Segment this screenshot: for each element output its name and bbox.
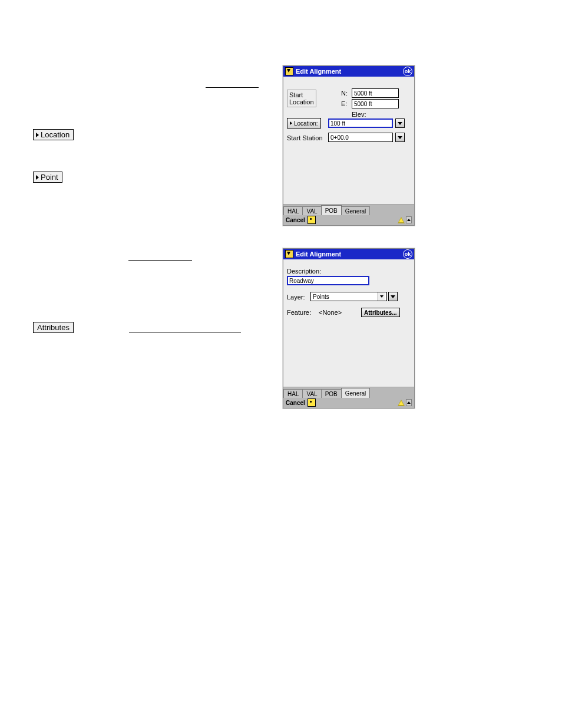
edit-alignment-window-pob: Edit Alignment ok Start Location N: 5000… [283, 65, 415, 226]
button-label: Point [41, 173, 58, 181]
elev-dropdown[interactable] [395, 118, 405, 128]
tab-general[interactable]: General [341, 388, 371, 398]
right-arrow-icon [36, 133, 39, 137]
button-label: Location [41, 131, 70, 139]
point-button[interactable]: Point [33, 172, 62, 183]
ok-button[interactable]: ok [403, 67, 412, 76]
layer-select[interactable]: Points [310, 292, 387, 301]
up-arrow-icon[interactable] [406, 399, 412, 406]
elev-label: Elev: [352, 111, 366, 118]
e-input[interactable]: 5000 ft [352, 99, 399, 108]
location-label: Location [289, 98, 314, 106]
start-station-label: Start Station [287, 134, 323, 141]
tab-val[interactable]: VAL [302, 389, 321, 398]
edit-alignment-window-general: Edit Alignment ok Description: Roadway L… [283, 248, 415, 409]
start-station-input[interactable]: 0+00.0 [328, 133, 393, 142]
window-title: Edit Alignment [296, 68, 341, 75]
app-icon [285, 250, 293, 258]
description-input[interactable]: Roadway [287, 276, 369, 285]
titlebar: Edit Alignment ok [283, 249, 414, 259]
e-label: E: [341, 100, 347, 107]
attributes-button[interactable]: Attributes [33, 322, 74, 333]
tab-hal[interactable]: HAL [283, 206, 303, 215]
location-dropdown-button[interactable]: Location: [287, 118, 321, 129]
tab-general[interactable]: General [341, 206, 371, 215]
cancel-button[interactable]: Cancel [286, 217, 305, 223]
cancel-button[interactable]: Cancel [286, 400, 305, 406]
status-bar: Cancel [283, 397, 414, 408]
feature-label: Feature: [287, 309, 311, 316]
tab-strip: HAL VAL POB General [283, 387, 414, 397]
chevron-down-icon [378, 292, 385, 301]
start-station-dropdown[interactable] [395, 133, 405, 142]
app-icon [285, 67, 293, 75]
titlebar: Edit Alignment ok [283, 66, 414, 77]
attributes-button[interactable]: Attributes... [361, 308, 400, 317]
tab-pob[interactable]: POB [321, 389, 342, 398]
window-title: Edit Alignment [296, 251, 341, 258]
tab-pob[interactable]: POB [321, 205, 342, 215]
keyboard-icon[interactable] [308, 216, 316, 224]
warning-icon[interactable] [398, 400, 405, 406]
location-button[interactable]: Location [33, 129, 74, 140]
ok-button[interactable]: ok [403, 249, 412, 259]
elev-input[interactable]: 100 ft [328, 118, 393, 128]
tab-hal[interactable]: HAL [283, 389, 303, 398]
status-bar: Cancel [283, 215, 414, 225]
n-label: N: [341, 90, 348, 97]
layer-label: Layer: [287, 294, 305, 301]
button-label: Attributes [37, 324, 70, 331]
feature-value: <None> [319, 309, 342, 316]
tab-strip: HAL VAL POB General [283, 204, 414, 215]
right-arrow-icon [290, 121, 292, 125]
description-label: Description: [287, 268, 321, 275]
start-label: Start [289, 91, 303, 98]
up-arrow-icon[interactable] [406, 216, 412, 223]
keyboard-icon[interactable] [308, 398, 316, 407]
warning-icon[interactable] [398, 217, 405, 223]
layer-dropdown[interactable] [388, 292, 398, 301]
right-arrow-icon [36, 175, 39, 180]
n-input[interactable]: 5000 ft [352, 88, 399, 98]
tab-val[interactable]: VAL [302, 206, 321, 215]
